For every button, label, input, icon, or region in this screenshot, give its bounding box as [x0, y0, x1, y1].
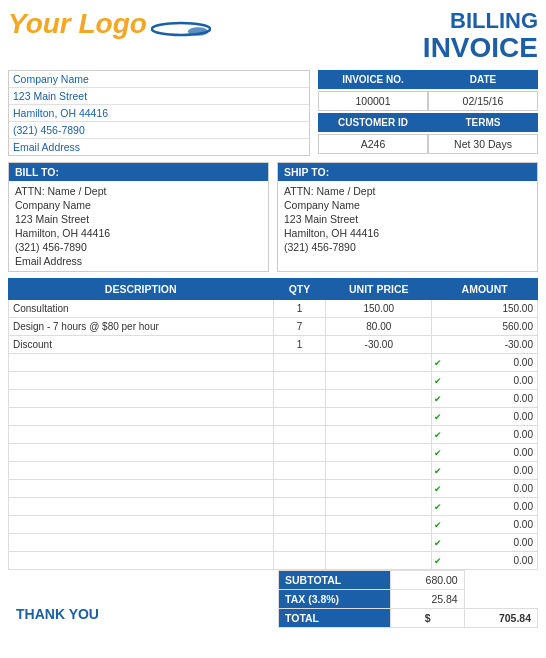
totals-table: SUBTOTAL 680.00 TAX (3.8%) 25.84 TOTAL $…: [278, 570, 538, 628]
tax-row: TAX (3.8%) 25.84: [279, 590, 538, 609]
checkmark-icon: ✔: [434, 376, 442, 386]
logo-text: Your Logo: [8, 8, 147, 40]
customer-id-value: A246: [318, 134, 428, 154]
bill-to-email: Email Address: [15, 254, 262, 268]
checkmark-icon: ✔: [434, 466, 442, 476]
company-name: Company Name: [9, 71, 309, 88]
checkmark-icon: ✔: [434, 394, 442, 404]
unit-price-cell: -30.00: [326, 336, 432, 354]
unit-price-cell: 150.00: [326, 300, 432, 318]
amount-cell: 150.00: [432, 300, 538, 318]
terms-label: TERMS: [428, 113, 538, 132]
company-address: 123 Main Street: [9, 88, 309, 105]
total-row: TOTAL $ 705.84: [279, 609, 538, 628]
svg-point-1: [188, 27, 209, 36]
desc-cell: Design - 7 hours @ $80 per hour: [9, 318, 274, 336]
table-row: ✔0.00: [9, 426, 538, 444]
qty-cell: [273, 444, 326, 462]
bill-to-attn: ATTN: Name / Dept: [15, 184, 262, 198]
table-row: ✔0.00: [9, 354, 538, 372]
company-info: Company Name 123 Main Street Hamilton, O…: [8, 70, 310, 156]
dollar-sign: $: [391, 609, 464, 628]
qty-cell: [273, 498, 326, 516]
date-label: DATE: [428, 70, 538, 89]
qty-cell: [273, 552, 326, 570]
bill-to-phone: (321) 456-7890: [15, 240, 262, 254]
amount-cell: ✔0.00: [432, 462, 538, 480]
unit-price-cell: [326, 444, 432, 462]
ship-to-city: Hamilton, OH 44416: [284, 226, 531, 240]
bill-to-box: BILL TO: ATTN: Name / Dept Company Name …: [8, 162, 269, 272]
desc-cell: [9, 408, 274, 426]
amount-cell: 560.00: [432, 318, 538, 336]
table-row: ✔0.00: [9, 390, 538, 408]
desc-cell: [9, 516, 274, 534]
desc-cell: [9, 426, 274, 444]
meta-row-1: INVOICE NO. DATE: [318, 70, 538, 89]
items-table: DESCRIPTION QTY UNIT PRICE AMOUNT Consul…: [8, 278, 538, 570]
invoice-no-value: 100001: [318, 91, 428, 111]
table-row: ✔0.00: [9, 498, 538, 516]
ship-to-address: 123 Main Street: [284, 212, 531, 226]
invoice-label: INVOICE: [423, 34, 538, 62]
amount-cell: ✔0.00: [432, 426, 538, 444]
thank-you-text: THANK YOU: [8, 600, 107, 628]
terms-value: Net 30 Days: [428, 134, 538, 154]
unit-price-cell: 80.00: [326, 318, 432, 336]
desc-cell: [9, 354, 274, 372]
checkmark-icon: ✔: [434, 358, 442, 368]
company-city: Hamilton, OH 44416: [9, 105, 309, 122]
amount-cell: ✔0.00: [432, 390, 538, 408]
amount-cell: ✔0.00: [432, 354, 538, 372]
billing-label: BILLING: [423, 8, 538, 34]
desc-cell: [9, 552, 274, 570]
totals-section: THANK YOU SUBTOTAL 680.00 TAX (3.8%) 25.…: [8, 570, 538, 628]
unit-price-cell: [326, 354, 432, 372]
desc-cell: [9, 534, 274, 552]
amount-cell: ✔0.00: [432, 552, 538, 570]
tax-value: 25.84: [391, 590, 464, 609]
checkmark-icon: ✔: [434, 430, 442, 440]
table-row: Discount1-30.00-30.00: [9, 336, 538, 354]
checkmark-icon: ✔: [434, 520, 442, 530]
amount-cell: ✔0.00: [432, 534, 538, 552]
unit-price-cell: [326, 426, 432, 444]
ship-to-box: SHIP TO: ATTN: Name / Dept Company Name …: [277, 162, 538, 272]
address-section: BILL TO: ATTN: Name / Dept Company Name …: [8, 162, 538, 272]
desc-cell: [9, 462, 274, 480]
logo-area: Your Logo: [8, 8, 211, 40]
invoice-no-label: INVOICE NO.: [318, 70, 428, 89]
checkmark-icon: ✔: [434, 484, 442, 494]
table-row: ✔0.00: [9, 552, 538, 570]
desc-cell: [9, 390, 274, 408]
checkmark-icon: ✔: [434, 556, 442, 566]
amount-col-header: AMOUNT: [432, 279, 538, 300]
invoice-meta: INVOICE NO. DATE 100001 02/15/16 CUSTOME…: [318, 70, 538, 156]
qty-col-header: QTY: [273, 279, 326, 300]
meta-row-4: A246 Net 30 Days: [318, 134, 538, 154]
desc-cell: Discount: [9, 336, 274, 354]
total-value: 705.84: [464, 609, 537, 628]
qty-cell: [273, 516, 326, 534]
company-phone: (321) 456-7890: [9, 122, 309, 139]
total-label: TOTAL: [279, 609, 391, 628]
qty-cell: [273, 390, 326, 408]
amount-cell: ✔0.00: [432, 372, 538, 390]
bill-to-header: BILL TO:: [9, 163, 268, 181]
date-value: 02/15/16: [428, 91, 538, 111]
tax-label: TAX (3.8%): [279, 590, 391, 609]
unit-price-cell: [326, 552, 432, 570]
ship-to-header: SHIP TO:: [278, 163, 537, 181]
bill-to-address: 123 Main Street: [15, 212, 262, 226]
qty-cell: 1: [273, 300, 326, 318]
table-row: ✔0.00: [9, 516, 538, 534]
checkmark-icon: ✔: [434, 502, 442, 512]
table-row: ✔0.00: [9, 534, 538, 552]
logo-swoosh-icon: [151, 20, 211, 38]
info-section: Company Name 123 Main Street Hamilton, O…: [8, 70, 538, 156]
page-header: Your Logo BILLING INVOICE: [8, 8, 538, 62]
unit-price-cell: [326, 390, 432, 408]
table-row: Consultation1150.00150.00: [9, 300, 538, 318]
meta-row-3: CUSTOMER ID TERMS: [318, 113, 538, 132]
checkmark-icon: ✔: [434, 538, 442, 548]
